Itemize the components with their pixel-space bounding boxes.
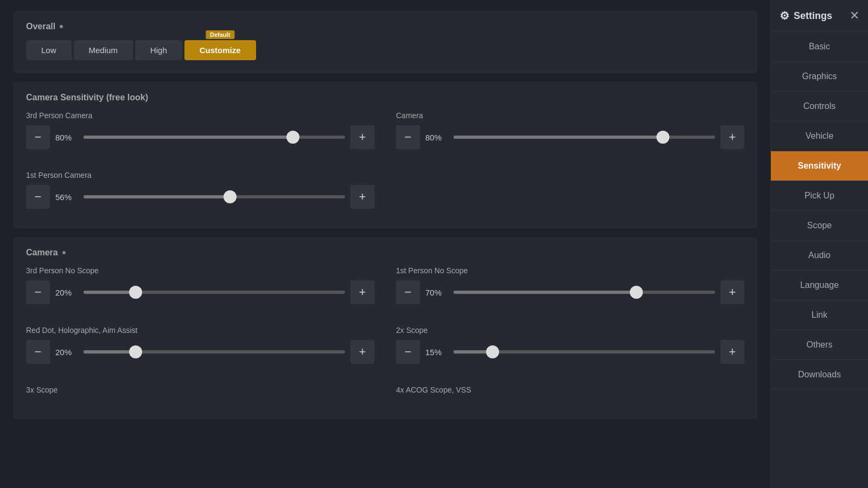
1st-person-camera-value: 56% <box>55 192 78 202</box>
3rd-no-scope-track-bg <box>84 291 345 294</box>
sidebar-item-basic[interactable]: Basic <box>771 32 868 62</box>
close-button[interactable]: ✕ <box>850 9 859 23</box>
3rd-person-camera-value: 80% <box>55 133 78 142</box>
settings-title-text: Settings <box>794 10 832 22</box>
1st-no-scope-minus[interactable]: − <box>396 280 420 304</box>
3rd-person-camera-track[interactable] <box>84 125 345 149</box>
3rd-no-scope-slider-row: − 20% + <box>26 280 374 304</box>
1st-person-camera-fill <box>84 195 230 198</box>
sidebar-item-pickup[interactable]: Pick Up <box>771 181 868 211</box>
overall-title: Overall <box>26 22 744 31</box>
overall-dot <box>60 25 63 28</box>
2x-scope-track[interactable] <box>454 340 715 364</box>
3rd-person-camera-group: 3rd Person Camera − 80% + <box>26 111 374 149</box>
sidebar-item-downloads[interactable]: Downloads <box>771 360 868 390</box>
3rd-no-scope-fill <box>84 291 136 294</box>
overall-title-text: Overall <box>26 22 55 31</box>
red-dot-fill <box>84 350 136 354</box>
empty-cell <box>396 171 744 217</box>
2x-scope-thumb[interactable] <box>486 345 499 358</box>
3rd-no-scope-minus[interactable]: − <box>26 280 50 304</box>
1st-no-scope-track[interactable] <box>454 280 715 304</box>
3rd-no-scope-thumb[interactable] <box>129 286 142 299</box>
default-badge: Default <box>206 30 234 39</box>
3rd-person-camera-label: 3rd Person Camera <box>26 111 374 120</box>
1st-no-scope-plus[interactable]: + <box>720 280 744 304</box>
1st-no-scope-label: 1st Person No Scope <box>396 266 744 275</box>
sidebar-item-audio[interactable]: Audio <box>771 241 868 271</box>
1st-person-camera-thumb[interactable] <box>224 190 237 203</box>
gear-icon: ⚙ <box>780 9 789 22</box>
1st-person-camera-plus[interactable]: + <box>350 185 374 209</box>
quality-btn-high[interactable]: High <box>135 40 182 60</box>
3rd-person-camera-thumb[interactable] <box>286 131 299 144</box>
camera-sensitivity-grid: 3rd Person Camera − 80% + Camera <box>26 111 744 217</box>
camera-track[interactable] <box>454 125 715 149</box>
4x-scope-label: 4x ACOG Scope, VSS <box>396 386 744 394</box>
quality-btn-medium[interactable]: Medium <box>74 40 133 60</box>
overall-section: Overall Low Medium High Default Customiz… <box>13 11 757 73</box>
camera-group: Camera − 80% + <box>396 111 744 149</box>
camera-sensitivity-title: Camera Sensitivity (free look) <box>26 93 744 102</box>
sidebar-item-sensitivity[interactable]: Sensitivity <box>771 151 868 181</box>
quality-btn-low[interactable]: Low <box>26 40 72 60</box>
1st-no-scope-slider-row: − 70% + <box>396 280 744 304</box>
3rd-person-camera-minus[interactable]: − <box>26 125 50 149</box>
3x-scope-group: 3x Scope <box>26 386 374 400</box>
1st-person-camera-track[interactable] <box>84 185 345 209</box>
2x-scope-plus[interactable]: + <box>720 340 744 364</box>
2x-scope-track-bg <box>454 350 715 354</box>
2x-scope-value: 15% <box>425 348 448 357</box>
red-dot-thumb[interactable] <box>129 345 142 358</box>
1st-person-camera-slider-row: − 56% + <box>26 185 374 209</box>
quality-btn-customize[interactable]: Default Customize <box>184 40 256 60</box>
sidebar: ⚙ Settings ✕ Basic Graphics Controls Veh… <box>770 0 868 488</box>
1st-person-camera-label: 1st Person Camera <box>26 171 374 179</box>
1st-person-camera-minus[interactable]: − <box>26 185 50 209</box>
sidebar-item-scope[interactable]: Scope <box>771 211 868 241</box>
camera-sensitivity-title-text: Camera Sensitivity (free look) <box>26 93 148 102</box>
1st-no-scope-thumb[interactable] <box>630 286 643 299</box>
settings-title: ⚙ Settings <box>780 9 832 22</box>
2x-scope-slider-row: − 15% + <box>396 340 744 364</box>
sidebar-nav: Basic Graphics Controls Vehicle Sensitiv… <box>771 32 868 488</box>
camera-section-title-text: Camera <box>26 248 58 258</box>
3rd-no-scope-track[interactable] <box>84 280 345 304</box>
camera-minus[interactable]: − <box>396 125 420 149</box>
sidebar-item-graphics[interactable]: Graphics <box>771 62 868 92</box>
quality-buttons-row: Low Medium High Default Customize <box>26 40 744 60</box>
customize-label: Customize <box>200 46 241 55</box>
3x-scope-label: 3x Scope <box>26 386 374 394</box>
2x-scope-group: 2x Scope − 15% + <box>396 326 744 364</box>
camera-value: 80% <box>425 133 448 142</box>
1st-no-scope-value: 70% <box>425 288 448 297</box>
red-dot-minus[interactable]: − <box>26 340 50 364</box>
2x-scope-label: 2x Scope <box>396 326 744 335</box>
1st-no-scope-group: 1st Person No Scope − 70% + <box>396 266 744 304</box>
red-dot-value: 20% <box>55 348 78 357</box>
sidebar-item-controls[interactable]: Controls <box>771 92 868 121</box>
red-dot-track-bg <box>84 350 345 354</box>
camera-thumb[interactable] <box>656 131 669 144</box>
camera-slider-row: − 80% + <box>396 125 744 149</box>
red-dot-track[interactable] <box>84 340 345 364</box>
sidebar-item-vehicle[interactable]: Vehicle <box>771 121 868 151</box>
3rd-person-camera-track-bg <box>84 136 345 139</box>
camera-plus[interactable]: + <box>720 125 744 149</box>
red-dot-plus[interactable]: + <box>350 340 374 364</box>
main-content: Overall Low Medium High Default Customiz… <box>0 0 770 488</box>
sidebar-item-others[interactable]: Others <box>771 330 868 360</box>
camera-fill <box>454 136 663 139</box>
camera-section: Camera 3rd Person No Scope − 20% + <box>13 237 757 419</box>
settings-header: ⚙ Settings ✕ <box>771 0 868 32</box>
sidebar-item-language[interactable]: Language <box>771 271 868 300</box>
sidebar-item-link[interactable]: Link <box>771 300 868 330</box>
3rd-person-camera-plus[interactable]: + <box>350 125 374 149</box>
3rd-no-scope-plus[interactable]: + <box>350 280 374 304</box>
camera-section-grid: 3rd Person No Scope − 20% + 1st Person N… <box>26 266 744 408</box>
camera-section-dot <box>62 251 66 254</box>
1st-person-camera-track-bg <box>84 195 345 198</box>
3rd-no-scope-group: 3rd Person No Scope − 20% + <box>26 266 374 304</box>
2x-scope-minus[interactable]: − <box>396 340 420 364</box>
3rd-person-camera-fill <box>84 136 293 139</box>
